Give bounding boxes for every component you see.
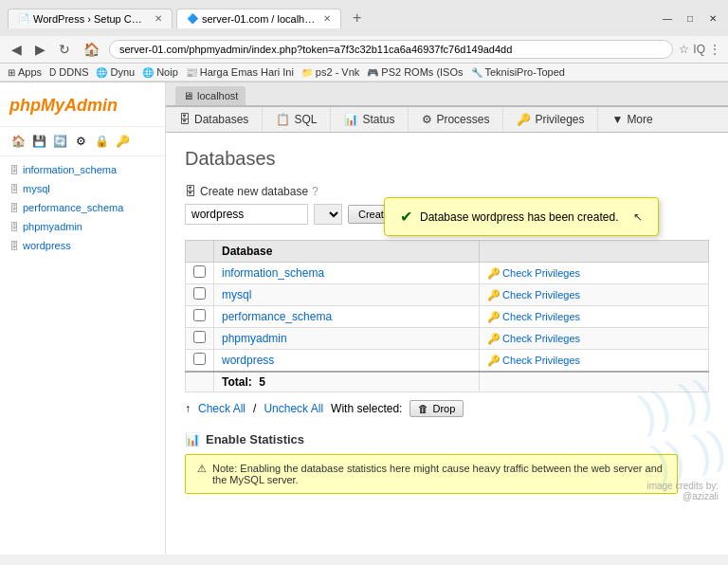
sidebar-db-mysql[interactable]: 🗄 mysql [0, 179, 165, 198]
create-db-input[interactable] [185, 204, 308, 225]
row-action-2[interactable]: 🔑Check Privileges [480, 284, 709, 306]
row-db-name-1[interactable]: information_schema [214, 263, 480, 284]
db-link-5[interactable]: wordpress [222, 354, 274, 367]
home-sidebar-icon[interactable]: 🏠 [9, 133, 27, 150]
db-link-3[interactable]: performance_schema [222, 310, 332, 323]
tab-phpmyadmin[interactable]: 🔷 server-01.com / localhos… ✕ [176, 9, 341, 28]
db-icon-1: 🗄 [9, 165, 19, 175]
tab-sql[interactable]: 📋 SQL [263, 107, 331, 132]
check-priv-4[interactable]: 🔑Check Privileges [487, 333, 701, 345]
row-checkbox-1[interactable] [193, 265, 206, 278]
drop-icon: 🗑 [418, 403, 428, 414]
row-action-1[interactable]: 🔑Check Privileges [480, 263, 709, 284]
back-button[interactable]: ◀ [8, 40, 26, 59]
bookmark-dynu-label: Dynu [110, 66, 135, 78]
row-db-name-4[interactable]: phpmyadmin [214, 328, 480, 350]
row-db-name-5[interactable]: wordpress [214, 350, 480, 373]
sidebar-db-wordpress[interactable]: 🗄 wordpress [0, 236, 165, 255]
tab-processes[interactable]: ⚙ Processes [409, 107, 503, 132]
tab-close-1[interactable]: ✕ [155, 13, 162, 24]
bookmark-ps2vnk[interactable]: 📁 ps2 - Vnk [301, 66, 359, 78]
row-action-4[interactable]: 🔑Check Privileges [480, 328, 709, 350]
row-check-2[interactable] [186, 284, 214, 306]
address-input[interactable] [109, 40, 673, 59]
row-checkbox-3[interactable] [193, 309, 206, 321]
maximize-button[interactable]: □ [682, 10, 698, 26]
total-label: Total: [222, 375, 252, 389]
uncheck-all-link[interactable]: Uncheck All [264, 402, 323, 415]
db-link-2[interactable]: mysql [222, 288, 251, 301]
privileges-tab-label: Privileges [535, 113, 584, 126]
bookmark-dynu[interactable]: 🌐 Dynu [96, 66, 135, 78]
bookmark-harga[interactable]: 📰 Harga Emas Hari Ini [186, 66, 294, 78]
bookmark-noip[interactable]: 🌐 Noip [142, 66, 178, 78]
row-check-1[interactable] [186, 263, 214, 284]
bookmark-ddns[interactable]: D DDNS [49, 66, 88, 78]
bookmark-teknisi[interactable]: 🔧 TeknisiPro-Toped [471, 66, 565, 78]
total-label-cell: Total: 5 [214, 372, 480, 392]
address-bar: ◀ ▶ ↻ 🏠 ☆ IQ ⋮ [0, 36, 728, 64]
row-action-3[interactable]: 🔑Check Privileges [480, 306, 709, 328]
table-header-action [480, 241, 709, 263]
tab-more[interactable]: ▼ More [598, 107, 665, 132]
ddns-icon: D [49, 67, 56, 78]
forward-button[interactable]: ▶ [31, 40, 49, 59]
db-link-4[interactable]: phpmyadmin [222, 332, 287, 345]
harga-icon: 📰 [186, 67, 197, 78]
sidebar-db-information-schema[interactable]: 🗄 information_schema [0, 160, 165, 179]
check-priv-5[interactable]: 🔑Check Privileges [487, 355, 701, 367]
row-db-name-2[interactable]: mysql [214, 284, 480, 306]
title-bar: 📄 WordPress › Setup Confi… ✕ 🔷 server-01… [0, 0, 728, 36]
row-checkbox-5[interactable] [193, 353, 206, 365]
check-priv-3[interactable]: 🔑Check Privileges [487, 311, 701, 323]
databases-tab-icon: 🗄 [179, 113, 191, 126]
warning-icon: ⚠ [197, 463, 207, 485]
window-controls: — □ ✕ [660, 10, 720, 26]
sidebar-db-phpmyadmin[interactable]: 🗄 phpmyadmin [0, 217, 165, 236]
extensions-icon[interactable]: IQ [693, 43, 705, 56]
tab-databases[interactable]: 🗄 Databases [166, 107, 263, 132]
home-button[interactable]: 🏠 [80, 40, 103, 59]
bookmark-apps[interactable]: ⊞ Apps [8, 66, 42, 78]
check-priv-1[interactable]: 🔑Check Privileges [487, 267, 701, 280]
tab-status[interactable]: 📊 Status [331, 107, 409, 132]
sidebar-db-performance-schema[interactable]: 🗄 performance_schema [0, 198, 165, 217]
menu-icon[interactable]: ⋮ [709, 43, 720, 56]
check-priv-2[interactable]: 🔑Check Privileges [487, 289, 701, 301]
close-button[interactable]: ✕ [705, 10, 720, 26]
tab-favicon-1: 📄 [18, 13, 29, 24]
row-action-5[interactable]: 🔑Check Privileges [480, 350, 709, 373]
refresh-sidebar-icon[interactable]: 🔄 [51, 133, 68, 150]
check-all-link[interactable]: Check All [198, 402, 246, 415]
collation-select[interactable] [314, 204, 342, 225]
create-db-help-icon[interactable]: ? [312, 185, 318, 198]
tab-wordpress[interactable]: 📄 WordPress › Setup Confi… ✕ [8, 9, 173, 28]
row-db-name-3[interactable]: performance_schema [214, 306, 480, 328]
save-sidebar-icon[interactable]: 💾 [30, 133, 47, 150]
table-row: mysql 🔑Check Privileges [186, 284, 709, 306]
settings-sidebar-icon[interactable]: ⚙ [72, 133, 89, 150]
row-check-4[interactable] [186, 328, 214, 350]
table-footer: ↑ Check All / Uncheck All With selected:… [185, 400, 709, 417]
tab-privileges[interactable]: 🔑 Privileges [503, 107, 598, 132]
row-checkbox-2[interactable] [193, 287, 206, 300]
row-checkbox-4[interactable] [193, 331, 206, 343]
reload-button[interactable]: ↻ [55, 40, 74, 59]
row-check-5[interactable] [186, 350, 214, 373]
lock-sidebar-icon[interactable]: 🔒 [93, 133, 110, 150]
db-icon-2: 🗄 [9, 184, 19, 194]
db-icon-4: 🗄 [9, 222, 19, 232]
bookmark-star-icon[interactable]: ☆ [679, 43, 689, 56]
bookmark-ps2roms[interactable]: 🎮 PS2 ROMs (ISOs [367, 66, 463, 78]
db-link-1[interactable]: information_schema [222, 266, 324, 280]
create-db-label: 🗄 Create new database ? [185, 185, 709, 198]
key-sidebar-icon[interactable]: 🔑 [114, 133, 131, 150]
row-check-3[interactable] [186, 306, 214, 328]
tab-close-2[interactable]: ✕ [323, 13, 331, 24]
minimize-button[interactable]: — [660, 10, 675, 26]
sidebar-db-list: 🗄 information_schema 🗄 mysql 🗄 performan… [0, 156, 165, 259]
drop-button[interactable]: 🗑 Drop [410, 400, 464, 417]
new-tab-button[interactable]: + [345, 6, 369, 30]
table-row: information_schema 🔑Check Privileges [186, 263, 709, 284]
stats-chart-icon: 📊 [185, 432, 200, 447]
